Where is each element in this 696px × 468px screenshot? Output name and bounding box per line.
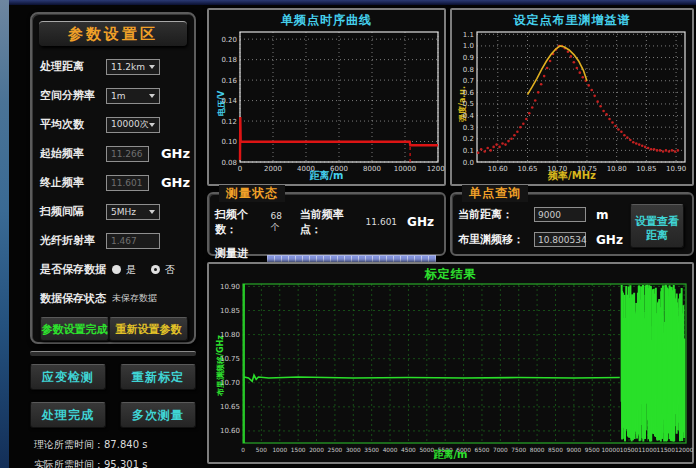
theoretical-time: 理论所需时间：87.840 s xyxy=(34,438,147,452)
time-label: 理论所需时间： xyxy=(34,439,104,450)
field-label: 起始频率 xyxy=(40,146,106,161)
field-label: 平均次数 xyxy=(40,117,106,132)
single-point-query-panel: 单点查询 当前距离： 9000 m 布里渊频移： 10.800534 GHz 设… xyxy=(450,192,694,256)
x-axis-label: 距离/m xyxy=(209,169,444,183)
svg-text:10.70: 10.70 xyxy=(220,379,240,387)
svg-text:0.10: 0.10 xyxy=(221,138,237,146)
gain-spectrum-chart-canvas: 10.6010.6510.7010.7510.8010.8510.900.00.… xyxy=(453,27,693,179)
svg-text:0.16: 0.16 xyxy=(221,77,237,85)
start-frequency-input[interactable]: 11.266 xyxy=(106,146,149,162)
svg-text:0.2: 0.2 xyxy=(463,135,474,143)
field-label: 空间分辨率 xyxy=(40,88,106,103)
save-data-row: 是否保存数据 是 否 xyxy=(40,255,190,284)
svg-text:0.8: 0.8 xyxy=(463,66,474,74)
actual-time: 实际所需时间：95.301 s xyxy=(34,458,147,468)
chevron-down-icon xyxy=(149,210,155,214)
field-label: 光纤折射率 xyxy=(40,233,106,248)
chevron-down-icon xyxy=(149,94,155,98)
parameter-settings-panel: 参数设置区 处理距离 11.2km 空间分辨率 1m 平均次数 10000次 xyxy=(30,12,196,344)
refractive-index-input[interactable]: 1.467 xyxy=(106,233,160,249)
field-label: 扫频间隔 xyxy=(40,204,106,219)
window-top-edge xyxy=(0,0,696,5)
svg-text:1.0: 1.0 xyxy=(463,42,474,50)
svg-text:0.18: 0.18 xyxy=(221,56,237,64)
dropdown-value: 1m xyxy=(111,91,126,101)
svg-text:0.6: 0.6 xyxy=(463,89,475,97)
average-count-dropdown[interactable]: 10000次 xyxy=(106,117,160,133)
multi-measure-button[interactable]: 多次测量 xyxy=(120,402,196,428)
svg-text:0.20: 0.20 xyxy=(221,36,237,44)
dropdown-value: 5MHz xyxy=(111,207,136,217)
current-freq-unit: GHz xyxy=(407,215,434,229)
shift-label: 布里渊频移： xyxy=(458,232,534,247)
field-label: 处理距离 xyxy=(40,59,106,74)
distance-label: 当前距离： xyxy=(458,207,534,222)
chevron-down-icon xyxy=(149,123,155,127)
svg-text:1.1: 1.1 xyxy=(463,31,474,39)
field-row: 扫频间隔 5MHz xyxy=(40,197,190,226)
svg-text:0.3: 0.3 xyxy=(463,124,474,132)
dropdown-value: 11.2km xyxy=(111,62,145,72)
panel-title: 参数设置区 xyxy=(39,21,187,46)
time-label: 实际所需时间： xyxy=(34,459,104,468)
svg-text:10.85: 10.85 xyxy=(220,307,240,315)
field-row: 平均次数 10000次 xyxy=(40,110,190,139)
svg-text:0.12: 0.12 xyxy=(221,118,237,126)
set-view-distance-button[interactable]: 设置查看距离 xyxy=(630,204,684,248)
svg-text:0.0: 0.0 xyxy=(463,159,474,167)
time-value: 87.840 s xyxy=(104,439,147,450)
svg-text:10.75: 10.75 xyxy=(220,355,240,363)
x-axis-label: 频率/MHz xyxy=(452,169,692,183)
sweep-step-dropdown[interactable]: 5MHz xyxy=(106,204,160,220)
calibration-chart-canvas: 0500100015002000250030003500400045005000… xyxy=(210,280,693,460)
unit-label: GHz xyxy=(161,175,190,190)
chevron-down-icon xyxy=(149,65,155,69)
brillouin-shift-input[interactable]: 10.800534 xyxy=(534,232,586,247)
divider xyxy=(30,351,196,356)
svg-text:10.80: 10.80 xyxy=(220,331,240,339)
gain-spectrum-chart-panel: 设定点布里渊增益谱 强度/a.u. 10.6010.6510.7010.7510… xyxy=(450,8,694,186)
field-row: 处理距离 11.2km xyxy=(40,52,190,81)
svg-text:10.60: 10.60 xyxy=(220,427,240,435)
processing-distance-dropdown[interactable]: 11.2km xyxy=(106,59,160,75)
radio-label: 是 xyxy=(126,263,136,277)
params-reset-button[interactable]: 重新设置参数 xyxy=(109,317,188,341)
save-status-value: 未保存数据 xyxy=(112,292,157,305)
svg-text:0.14: 0.14 xyxy=(221,97,237,105)
measurement-status-panel: 测量状态 扫频个数： 68个 当前频率点： 11.601 GHz 测量进度: xyxy=(207,192,446,256)
svg-text:0.4: 0.4 xyxy=(463,112,475,120)
distance-unit: m xyxy=(596,208,609,222)
field-row: 空间分辨率 1m xyxy=(40,81,190,110)
current-freq-label: 当前频率点： xyxy=(300,207,362,237)
calibration-chart-panel: 标定结果 布里渊频移/GHz 0500100015002000250030003… xyxy=(207,262,694,464)
field-row: 起始频率 11.266 GHz xyxy=(40,139,190,168)
sweep-count-label: 扫频个数： xyxy=(215,207,267,237)
svg-text:10.65: 10.65 xyxy=(220,403,240,411)
timeseries-chart-panel: 单频点时序曲线 电压/V 020004000600080001000012000… xyxy=(207,8,446,186)
svg-text:0.5: 0.5 xyxy=(463,100,474,108)
radio-label: 否 xyxy=(165,263,175,277)
stop-frequency-input[interactable]: 11.601 xyxy=(106,175,149,191)
timeseries-chart-canvas: 0200040006000800010000120000.080.100.120… xyxy=(210,27,445,179)
svg-text:0.1: 0.1 xyxy=(463,147,474,155)
svg-text:10.90: 10.90 xyxy=(220,283,240,291)
dropdown-value: 10000次 xyxy=(111,118,149,131)
svg-text:0.9: 0.9 xyxy=(463,54,474,62)
shift-unit: GHz xyxy=(596,233,623,247)
field-label: 是否保存数据 xyxy=(40,262,106,277)
radio-save-yes[interactable] xyxy=(112,265,121,274)
query-distance-input[interactable]: 9000 xyxy=(534,207,586,222)
recalibrate-button[interactable]: 重新标定 xyxy=(120,364,196,390)
current-freq-value: 11.601 xyxy=(366,217,398,227)
spatial-resolution-dropdown[interactable]: 1m xyxy=(106,88,160,104)
field-label: 数据保存状态 xyxy=(40,291,106,306)
botda-measurement-app: 参数设置区 处理距离 11.2km 空间分辨率 1m 平均次数 10000次 xyxy=(0,0,696,468)
radio-save-no[interactable] xyxy=(151,265,160,274)
unit-label: GHz xyxy=(161,146,190,161)
strain-detect-button[interactable]: 应变检测 xyxy=(30,364,106,390)
save-status-row: 数据保存状态 未保存数据 xyxy=(40,284,190,313)
action-buttons: 应变检测 重新标定 处理完成 多次测量 xyxy=(30,364,196,428)
time-value: 95.301 s xyxy=(104,459,147,468)
params-done-button[interactable]: 参数设置完成 xyxy=(40,317,109,341)
processing-done-button[interactable]: 处理完成 xyxy=(30,402,106,428)
